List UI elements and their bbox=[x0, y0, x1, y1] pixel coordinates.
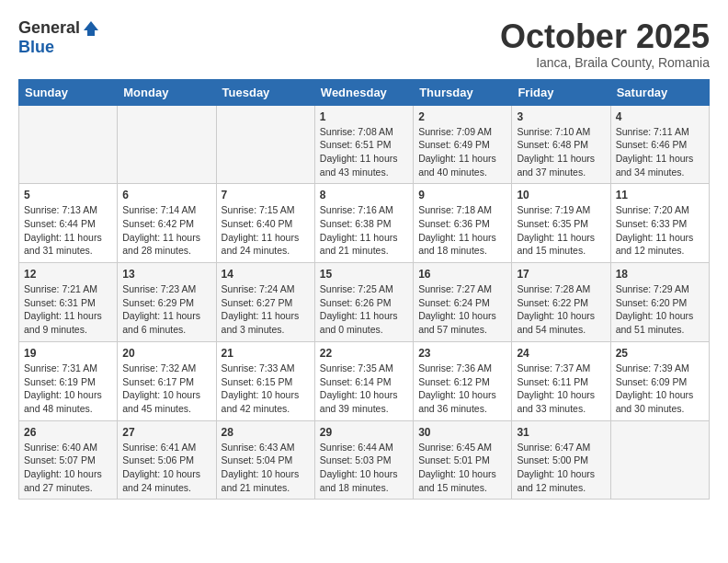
day-cell: 16Sunrise: 7:27 AMSunset: 6:24 PMDayligh… bbox=[414, 263, 512, 342]
day-number: 4 bbox=[616, 110, 704, 123]
day-info: Sunrise: 7:24 AMSunset: 6:27 PMDaylight:… bbox=[222, 282, 310, 337]
day-cell: 23Sunrise: 7:36 AMSunset: 6:12 PMDayligh… bbox=[414, 341, 512, 420]
day-info: Sunrise: 7:32 AMSunset: 6:17 PMDaylight:… bbox=[122, 362, 210, 416]
day-info: Sunrise: 7:29 AMSunset: 6:20 PMDaylight:… bbox=[616, 282, 704, 337]
day-number: 31 bbox=[517, 426, 605, 439]
day-number: 10 bbox=[517, 189, 605, 201]
day-number: 9 bbox=[418, 189, 506, 201]
day-info: Sunrise: 7:14 AMSunset: 6:42 PMDaylight:… bbox=[122, 203, 210, 258]
month-title: October 2025 bbox=[500, 18, 710, 55]
page-header: General Blue October 2025 Ianca, Braila … bbox=[18, 18, 710, 70]
day-info: Sunrise: 6:47 AMSunset: 5:00 PMDaylight:… bbox=[517, 441, 605, 495]
day-cell: 26Sunrise: 6:40 AMSunset: 5:07 PMDayligh… bbox=[19, 420, 118, 500]
week-row-1: 1Sunrise: 7:08 AMSunset: 6:51 PMDaylight… bbox=[19, 105, 710, 184]
day-cell: 22Sunrise: 7:35 AMSunset: 6:14 PMDayligh… bbox=[314, 341, 413, 420]
day-cell: 6Sunrise: 7:14 AMSunset: 6:42 PMDaylight… bbox=[118, 184, 216, 263]
day-cell: 24Sunrise: 7:37 AMSunset: 6:11 PMDayligh… bbox=[512, 341, 610, 420]
day-info: Sunrise: 7:19 AMSunset: 6:35 PMDaylight:… bbox=[517, 203, 605, 258]
day-cell: 3Sunrise: 7:10 AMSunset: 6:48 PMDaylight… bbox=[512, 105, 610, 184]
day-cell: 8Sunrise: 7:16 AMSunset: 6:38 PMDaylight… bbox=[314, 184, 413, 263]
day-cell: 19Sunrise: 7:31 AMSunset: 6:19 PMDayligh… bbox=[19, 341, 118, 420]
svg-marker-0 bbox=[84, 21, 98, 36]
day-number: 28 bbox=[222, 426, 310, 439]
day-number: 3 bbox=[517, 110, 605, 123]
day-cell: 30Sunrise: 6:45 AMSunset: 5:01 PMDayligh… bbox=[414, 420, 512, 500]
day-cell: 11Sunrise: 7:20 AMSunset: 6:33 PMDayligh… bbox=[610, 184, 709, 263]
week-row-2: 5Sunrise: 7:13 AMSunset: 6:44 PMDaylight… bbox=[19, 184, 710, 263]
day-cell bbox=[610, 420, 709, 500]
day-number: 7 bbox=[222, 189, 310, 201]
day-number: 11 bbox=[616, 189, 704, 201]
day-cell: 25Sunrise: 7:39 AMSunset: 6:09 PMDayligh… bbox=[610, 341, 709, 420]
day-number: 27 bbox=[122, 426, 210, 439]
day-info: Sunrise: 6:45 AMSunset: 5:01 PMDaylight:… bbox=[418, 441, 506, 495]
day-info: Sunrise: 7:28 AMSunset: 6:22 PMDaylight:… bbox=[517, 282, 605, 337]
day-number: 30 bbox=[418, 426, 506, 439]
day-cell: 13Sunrise: 7:23 AMSunset: 6:29 PMDayligh… bbox=[118, 263, 216, 342]
day-number: 20 bbox=[122, 347, 210, 360]
day-number: 19 bbox=[24, 347, 112, 360]
day-info: Sunrise: 7:35 AMSunset: 6:14 PMDaylight:… bbox=[320, 362, 408, 416]
day-cell: 15Sunrise: 7:25 AMSunset: 6:26 PMDayligh… bbox=[314, 263, 413, 342]
header-saturday: Saturday bbox=[610, 79, 709, 105]
day-info: Sunrise: 7:08 AMSunset: 6:51 PMDaylight:… bbox=[320, 125, 408, 179]
title-section: October 2025 Ianca, Braila County, Roman… bbox=[500, 18, 710, 70]
day-info: Sunrise: 6:40 AMSunset: 5:07 PMDaylight:… bbox=[24, 441, 112, 495]
logo-general-text: General bbox=[18, 18, 80, 38]
day-cell: 12Sunrise: 7:21 AMSunset: 6:31 PMDayligh… bbox=[19, 263, 118, 342]
location-subtitle: Ianca, Braila County, Romania bbox=[500, 55, 710, 70]
day-number: 25 bbox=[616, 347, 704, 360]
day-info: Sunrise: 7:31 AMSunset: 6:19 PMDaylight:… bbox=[24, 362, 112, 416]
header-wednesday: Wednesday bbox=[314, 79, 413, 105]
logo-icon bbox=[82, 19, 100, 38]
day-cell: 10Sunrise: 7:19 AMSunset: 6:35 PMDayligh… bbox=[512, 184, 610, 263]
day-cell: 28Sunrise: 6:43 AMSunset: 5:04 PMDayligh… bbox=[216, 420, 314, 500]
day-number: 29 bbox=[320, 426, 408, 439]
day-cell: 2Sunrise: 7:09 AMSunset: 6:49 PMDaylight… bbox=[414, 105, 512, 184]
header-friday: Friday bbox=[512, 79, 610, 105]
day-cell: 20Sunrise: 7:32 AMSunset: 6:17 PMDayligh… bbox=[118, 341, 216, 420]
header-thursday: Thursday bbox=[414, 79, 512, 105]
day-number: 18 bbox=[616, 268, 704, 281]
header-row: SundayMondayTuesdayWednesdayThursdayFrid… bbox=[19, 79, 710, 105]
day-info: Sunrise: 7:11 AMSunset: 6:46 PMDaylight:… bbox=[616, 125, 704, 179]
day-info: Sunrise: 7:15 AMSunset: 6:40 PMDaylight:… bbox=[222, 203, 310, 258]
header-tuesday: Tuesday bbox=[216, 79, 314, 105]
day-number: 17 bbox=[517, 268, 605, 281]
day-info: Sunrise: 7:23 AMSunset: 6:29 PMDaylight:… bbox=[122, 282, 210, 337]
day-info: Sunrise: 7:09 AMSunset: 6:49 PMDaylight:… bbox=[418, 125, 506, 179]
day-number: 6 bbox=[122, 189, 210, 201]
day-info: Sunrise: 7:25 AMSunset: 6:26 PMDaylight:… bbox=[320, 282, 408, 337]
day-cell: 18Sunrise: 7:29 AMSunset: 6:20 PMDayligh… bbox=[610, 263, 709, 342]
day-info: Sunrise: 7:39 AMSunset: 6:09 PMDaylight:… bbox=[616, 362, 704, 416]
week-row-5: 26Sunrise: 6:40 AMSunset: 5:07 PMDayligh… bbox=[19, 420, 710, 500]
day-number: 15 bbox=[320, 268, 408, 281]
day-cell: 21Sunrise: 7:33 AMSunset: 6:15 PMDayligh… bbox=[216, 341, 314, 420]
day-number: 22 bbox=[320, 347, 408, 360]
day-info: Sunrise: 7:10 AMSunset: 6:48 PMDaylight:… bbox=[517, 125, 605, 179]
logo: General Blue bbox=[18, 18, 100, 57]
day-number: 1 bbox=[320, 110, 408, 123]
day-cell bbox=[118, 105, 216, 184]
day-info: Sunrise: 7:33 AMSunset: 6:15 PMDaylight:… bbox=[222, 362, 310, 416]
day-number: 23 bbox=[418, 347, 506, 360]
day-cell: 7Sunrise: 7:15 AMSunset: 6:40 PMDaylight… bbox=[216, 184, 314, 263]
day-number: 26 bbox=[24, 426, 112, 439]
day-cell: 17Sunrise: 7:28 AMSunset: 6:22 PMDayligh… bbox=[512, 263, 610, 342]
day-number: 2 bbox=[418, 110, 506, 123]
day-info: Sunrise: 7:18 AMSunset: 6:36 PMDaylight:… bbox=[418, 203, 506, 258]
day-cell: 31Sunrise: 6:47 AMSunset: 5:00 PMDayligh… bbox=[512, 420, 610, 500]
day-cell: 1Sunrise: 7:08 AMSunset: 6:51 PMDaylight… bbox=[314, 105, 413, 184]
day-info: Sunrise: 6:41 AMSunset: 5:06 PMDaylight:… bbox=[122, 441, 210, 495]
day-cell: 4Sunrise: 7:11 AMSunset: 6:46 PMDaylight… bbox=[610, 105, 709, 184]
day-cell bbox=[19, 105, 118, 184]
header-monday: Monday bbox=[118, 79, 216, 105]
day-info: Sunrise: 7:13 AMSunset: 6:44 PMDaylight:… bbox=[24, 203, 112, 258]
day-number: 14 bbox=[222, 268, 310, 281]
header-sunday: Sunday bbox=[19, 79, 118, 105]
week-row-3: 12Sunrise: 7:21 AMSunset: 6:31 PMDayligh… bbox=[19, 263, 710, 342]
day-info: Sunrise: 7:37 AMSunset: 6:11 PMDaylight:… bbox=[517, 362, 605, 416]
calendar-table: SundayMondayTuesdayWednesdayThursdayFrid… bbox=[18, 79, 710, 500]
week-row-4: 19Sunrise: 7:31 AMSunset: 6:19 PMDayligh… bbox=[19, 341, 710, 420]
logo-blue-text: Blue bbox=[18, 38, 54, 57]
